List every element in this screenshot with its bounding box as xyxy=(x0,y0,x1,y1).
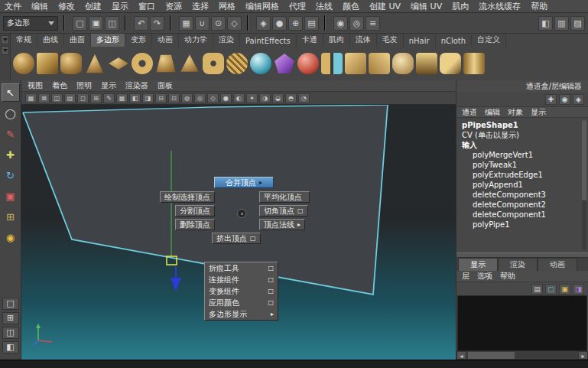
extrude-icon[interactable] xyxy=(416,53,437,74)
input-node[interactable]: polyAppend1 xyxy=(462,180,580,190)
option-box-icon[interactable]: □ xyxy=(268,288,274,295)
option-box-icon[interactable]: □ xyxy=(297,208,304,214)
menu-item[interactable]: 网格 xyxy=(219,1,236,12)
wireframe-icon[interactable]: ◇ xyxy=(207,93,219,103)
channel-box-menu-item[interactable]: 显示 xyxy=(531,107,546,118)
scrollbar-thumb[interactable] xyxy=(582,120,586,200)
shadows-icon[interactable]: ◑ xyxy=(259,93,271,103)
panel-menu-item[interactable]: 照明 xyxy=(76,80,92,91)
panel-menu-item[interactable]: 面板 xyxy=(158,80,173,91)
channel-speed-icon[interactable]: ◉ xyxy=(559,94,570,105)
time-slider[interactable] xyxy=(0,360,588,368)
panel-menu-item[interactable]: 着色 xyxy=(52,80,67,91)
shelf-tab[interactable]: 变形 xyxy=(125,34,152,47)
menu-item[interactable]: 流水线缓存 xyxy=(479,1,521,12)
shelf-tab[interactable]: 曲线 xyxy=(37,34,64,47)
layer-menu-item[interactable]: 层 xyxy=(462,271,469,282)
viewport-canvas[interactable]: 合并顶点▸ 绘制选择顶点 分割顶点 删除顶点 平均化顶点 切角顶点□ 顶点法线▸… xyxy=(21,105,456,360)
tool-menu-item[interactable]: 折痕工具□ xyxy=(205,262,278,274)
poly-prism-icon[interactable] xyxy=(155,53,177,74)
layout-two-pane-button[interactable]: ◫ xyxy=(2,327,19,339)
menu-item[interactable]: 修改 xyxy=(58,1,75,12)
sculpt-tool-icon[interactable] xyxy=(297,53,319,74)
new-render-layer-icon[interactable]: ◨ xyxy=(573,284,584,295)
ipr-render-icon[interactable]: ◎ xyxy=(349,16,364,31)
cv-hint[interactable]: CV (单击以显示) xyxy=(462,130,580,140)
scale-tool-button[interactable]: ▣ xyxy=(2,187,20,205)
field-chart-icon[interactable]: ⊡ xyxy=(168,93,180,103)
menu-item[interactable]: 编辑 xyxy=(31,1,48,12)
shelf-tabs-menu-button[interactable] xyxy=(1,35,9,44)
snap-surface-icon[interactable]: ◈ xyxy=(256,16,271,31)
undo-icon[interactable]: ↶ xyxy=(134,16,148,31)
smooth-shade-icon[interactable]: ● xyxy=(220,93,232,103)
shelf-tab[interactable]: 曲面 xyxy=(64,34,91,47)
shelf-tab[interactable]: 动画 xyxy=(152,34,179,47)
menu-item[interactable]: 法线 xyxy=(316,1,333,12)
rotate-tool-button[interactable]: ↻ xyxy=(2,166,20,184)
channel-mode-icon[interactable]: ◈ xyxy=(573,94,584,105)
menu-item[interactable]: 帮助 xyxy=(531,1,547,12)
film-gate-icon[interactable]: ◧ xyxy=(129,93,141,103)
scroll-left-icon[interactable]: ◂ xyxy=(456,351,466,360)
option-box-icon[interactable]: □ xyxy=(250,236,256,242)
marking-menu-extrude-vertex[interactable]: 挤出顶点□ xyxy=(212,233,261,244)
channel-manip-icon[interactable]: ✚ xyxy=(545,94,557,105)
marking-menu-item[interactable]: 绘制选择顶点 xyxy=(160,191,215,203)
layer-menu-item[interactable]: 选项 xyxy=(477,271,492,282)
menu-item[interactable]: 创建 UV xyxy=(369,1,401,12)
channel-box-toggle-icon[interactable]: ▨ xyxy=(570,16,585,31)
option-box-icon[interactable]: ▸ xyxy=(271,311,274,318)
horizontal-scrollbar[interactable]: ◂ ▸ xyxy=(456,351,588,360)
option-box-icon[interactable]: □ xyxy=(268,300,274,306)
isolate-select-icon[interactable]: ◓ xyxy=(285,93,297,103)
channel-box-menu-item[interactable]: 对象 xyxy=(508,107,523,118)
poly-plane-icon[interactable] xyxy=(108,53,129,74)
submenu-arrow-icon[interactable]: ▸ xyxy=(297,222,300,228)
camera-attributes-icon[interactable]: ◫ xyxy=(51,93,63,103)
toolbar-separator[interactable] xyxy=(63,15,67,31)
input-node[interactable]: deleteComponent3 xyxy=(462,190,580,200)
layer-editor-tab[interactable]: 渲染 xyxy=(498,258,538,271)
input-node[interactable]: polyPipe1 xyxy=(462,220,580,230)
scrollbar-thumb[interactable] xyxy=(468,352,515,359)
shelf-tab[interactable]: 常规 xyxy=(11,34,37,47)
soft-mod-button[interactable]: ◉ xyxy=(2,228,20,246)
tool-menu-item[interactable]: 多边形显示▸ xyxy=(205,308,278,320)
panel-menu-item[interactable]: 显示 xyxy=(101,80,116,91)
poly-pyramid-icon[interactable] xyxy=(179,53,200,74)
bevel-icon[interactable] xyxy=(440,53,461,74)
combine-icon[interactable] xyxy=(345,53,366,74)
toolbar-separator[interactable] xyxy=(324,15,328,31)
marking-menu-merge-vertex[interactable]: 合并顶点▸ xyxy=(214,177,274,188)
smooth-icon[interactable] xyxy=(392,53,414,74)
paint-select-tool-button[interactable]: ✎ xyxy=(2,125,20,143)
shelf-tab[interactable]: nCloth xyxy=(436,35,472,47)
menu-item[interactable]: 选择 xyxy=(192,1,209,12)
shelf-tab[interactable]: 流体 xyxy=(350,34,377,47)
marking-menu-item[interactable]: 切角顶点□ xyxy=(259,205,308,217)
snap-grid-icon[interactable]: ▦ xyxy=(179,16,193,31)
tool-menu-item[interactable]: 变换组件□ xyxy=(205,285,278,297)
input-node[interactable]: polyMergeVert1 xyxy=(462,150,580,160)
scroll-right-icon[interactable]: ▸ xyxy=(578,351,588,360)
poly-torus-icon[interactable] xyxy=(132,53,153,74)
exposure-icon[interactable]: ◔ xyxy=(298,93,310,103)
channel-box-menu-item[interactable]: 通道 xyxy=(462,107,477,118)
mirror-geometry-icon[interactable] xyxy=(321,53,343,74)
menu-item[interactable]: 代理 xyxy=(289,1,306,12)
shelf-tab[interactable]: 肌肉 xyxy=(323,34,350,47)
redo-icon[interactable]: ↷ xyxy=(150,16,164,31)
textured-icon[interactable]: ◐ xyxy=(233,93,245,103)
grid-toggle-icon[interactable]: ▦ xyxy=(116,93,128,103)
panel-menu-item[interactable]: 视图 xyxy=(28,80,43,91)
shelf-tab[interactable]: 卡通 xyxy=(297,34,323,47)
poly-soccer-ball-icon[interactable] xyxy=(250,53,271,74)
tool-settings-toggle-icon[interactable]: ▥ xyxy=(554,16,569,31)
tool-menu-item[interactable]: 应用颜色□ xyxy=(205,297,278,308)
menu-item[interactable]: 文件 xyxy=(5,1,21,12)
poly-cylinder-icon[interactable] xyxy=(60,53,82,74)
new-layer-from-selected-icon[interactable]: ▣ xyxy=(559,284,570,295)
menu-item[interactable]: 编辑网格 xyxy=(245,1,279,12)
move-tool-button[interactable]: ✚ xyxy=(2,145,20,164)
